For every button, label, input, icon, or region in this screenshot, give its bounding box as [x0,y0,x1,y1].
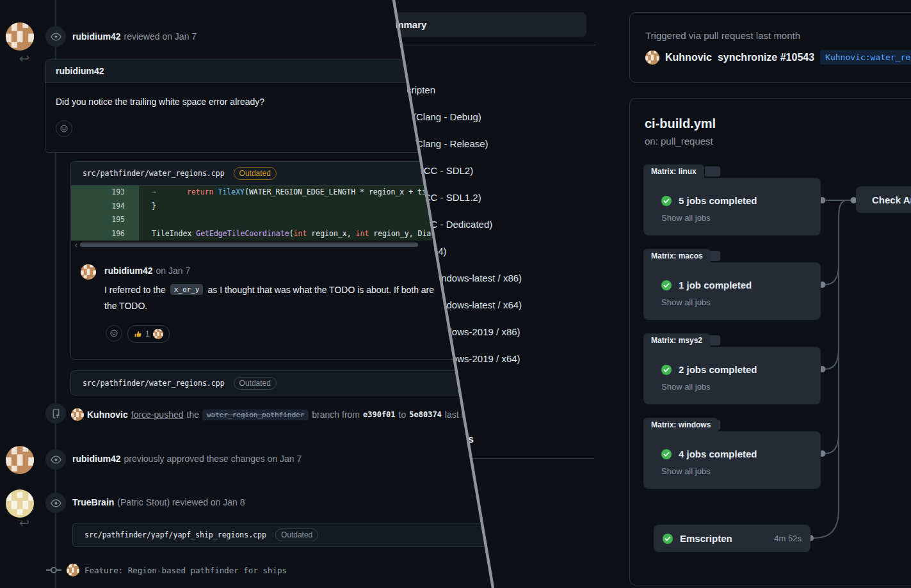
diagonal-divider [0,0,911,588]
screenshot-canvas: rubidium42 reviewed on Jan 7 ↩ rubidium4… [0,0,911,588]
